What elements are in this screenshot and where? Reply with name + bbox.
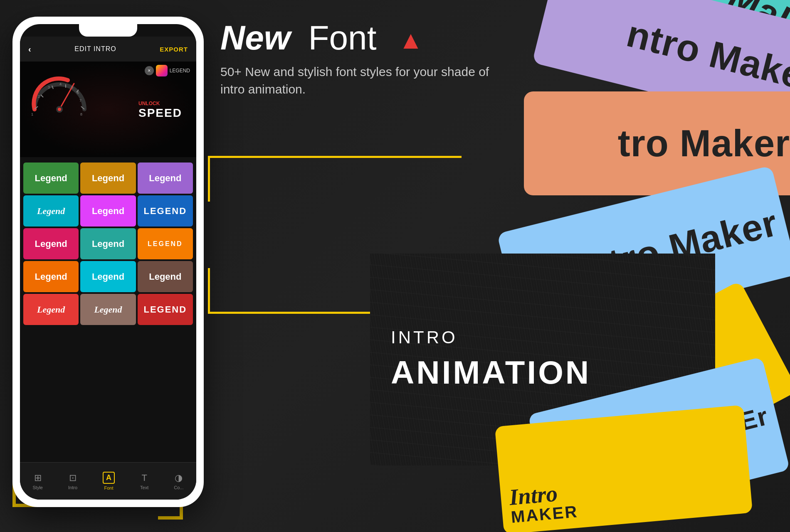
nav-label-font: Font — [104, 485, 114, 490]
style-icon: ⊞ — [34, 473, 42, 483]
font-cell-5[interactable]: LEGEND — [138, 195, 193, 227]
svg-text:6: 6 — [77, 91, 79, 95]
phone-bottom-nav: ⊞ Style ⊡ Intro A Font T Text ◑ Co... — [20, 462, 196, 500]
font-cell-13[interactable]: Legend — [80, 294, 136, 325]
font-icon: A — [103, 472, 115, 484]
font-cell-14[interactable]: LEGEND — [138, 294, 193, 325]
font-cell-4[interactable]: Legend — [80, 195, 136, 227]
intro-card-container: INTRO ANIMATION — [191, 129, 536, 341]
video-preview: 1 2 3 4 5 6 7 8 UNLOCK SPEED × — [20, 62, 196, 157]
font-cell-0[interactable]: Legend — [23, 163, 79, 194]
bottom-card-text-area: Intro MAKER — [508, 466, 743, 525]
yellow-left-bottom — [208, 268, 210, 314]
font-cell-10[interactable]: Legend — [80, 261, 136, 292]
speedometer-svg: 1 2 3 4 5 6 7 8 — [26, 68, 93, 118]
back-button[interactable]: ‹ — [28, 44, 31, 54]
font-cell-3[interactable]: Legend — [23, 195, 79, 227]
hero-subtext: 50+ New and stylish font styles for your… — [220, 63, 511, 98]
color-icon: ◑ — [175, 473, 183, 483]
legend-icon — [156, 65, 168, 76]
svg-text:3: 3 — [48, 85, 50, 89]
speed-main-text: SPEED — [138, 106, 182, 120]
nav-item-color[interactable]: ◑ Co... — [174, 473, 183, 490]
intro-label: INTRO — [391, 328, 694, 347]
phone-notch — [79, 24, 137, 37]
svg-text:7: 7 — [79, 99, 81, 103]
headline: New Font ▲ — [220, 21, 769, 55]
triangle-decoration: ▲ — [398, 28, 423, 53]
svg-text:5: 5 — [71, 85, 73, 89]
svg-text:4: 4 — [59, 82, 62, 86]
font-cell-6[interactable]: Legend — [23, 228, 79, 259]
font-cell-2[interactable]: Legend — [138, 163, 193, 194]
phone-mockup: ‹ Edit Intro EXPORT — [12, 17, 204, 507]
nav-label-color: Co... — [174, 485, 183, 490]
yellow-left-top — [208, 156, 210, 202]
text-icon: T — [141, 473, 147, 483]
unlock-text: UNLOCK — [138, 101, 160, 106]
nav-item-style[interactable]: ⊞ Style — [33, 473, 43, 490]
export-button[interactable]: EXPORT — [160, 46, 188, 53]
nav-item-font[interactable]: A Font — [103, 472, 115, 490]
intro-icon: ⊡ — [69, 473, 77, 483]
header-title: Edit Intro — [74, 45, 116, 53]
nav-item-intro[interactable]: ⊡ Intro — [68, 473, 77, 490]
legend-close-button[interactable]: × — [145, 66, 154, 75]
yellow-top-line — [208, 156, 462, 158]
svg-text:2: 2 — [38, 94, 40, 99]
svg-point-8 — [58, 108, 61, 111]
font-cell-9[interactable]: Legend — [23, 261, 79, 292]
nav-label-style: Style — [33, 485, 43, 490]
nav-label-intro: Intro — [68, 485, 77, 490]
headline-font: Font — [308, 19, 376, 57]
font-cell-11[interactable]: Legend — [138, 261, 193, 292]
phone-header: ‹ Edit Intro EXPORT — [20, 37, 196, 62]
nav-item-text[interactable]: T Text — [140, 473, 148, 490]
bottom-yellow-card: Intro MAKER — [495, 405, 753, 532]
nav-label-text: Text — [140, 485, 148, 490]
font-cell-7[interactable]: Legend — [80, 228, 136, 259]
font-grid: Legend Legend Legend Legend Legend LEGEN… — [20, 159, 196, 328]
font-cell-8[interactable]: LEGEND — [138, 228, 193, 259]
font-cell-12[interactable]: Legend — [23, 294, 79, 325]
headline-new: New — [220, 19, 291, 57]
phone-screen: ‹ Edit Intro EXPORT — [20, 24, 196, 500]
legend-watermark: × LEGEND — [145, 65, 190, 76]
font-cell-1[interactable]: Legend — [80, 163, 136, 194]
phone-frame: ‹ Edit Intro EXPORT — [12, 17, 204, 507]
svg-line-1 — [41, 95, 43, 97]
legend-label: LEGEND — [170, 68, 190, 74]
right-content: New Font ▲ 50+ New and stylish font styl… — [220, 21, 769, 98]
svg-text:8: 8 — [80, 112, 82, 116]
svg-text:1: 1 — [31, 112, 33, 116]
